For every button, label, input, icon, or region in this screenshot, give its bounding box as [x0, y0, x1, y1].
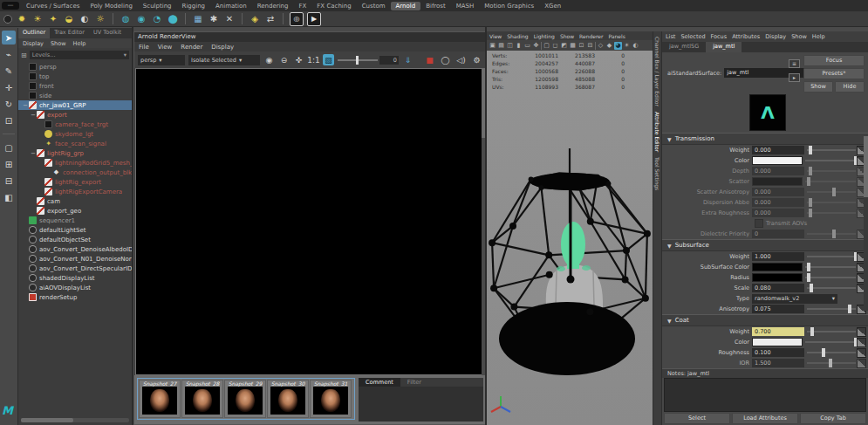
outliner-item[interactable]: lightRig_export	[18, 177, 132, 187]
viewport-menu-item[interactable]: Panels	[608, 33, 625, 39]
standin-icon[interactable]: ◍	[120, 13, 132, 25]
snapshot-item[interactable]: Snapshot_30	[267, 380, 309, 418]
outliner-item[interactable]: aov_Convert_DenoiseAlbedoID	[18, 244, 132, 254]
render-view-icon[interactable]: ◎	[290, 12, 304, 26]
color-swatch[interactable]	[752, 156, 803, 165]
attribute-slider[interactable]	[807, 233, 856, 235]
gate-mask-icon[interactable]: ◩	[560, 42, 568, 50]
resolution-gate-icon[interactable]: ◻	[551, 42, 559, 50]
shelf-tab[interactable]: Rigging	[177, 2, 211, 10]
outliner-item[interactable]: − chr_jaw01_GRP	[18, 100, 132, 110]
attribute-slider[interactable]	[807, 256, 856, 257]
attribute-slider[interactable]	[807, 308, 856, 310]
outliner-menu-item[interactable]: Show	[51, 40, 66, 47]
outliner-item[interactable]: camera_face_trgt	[18, 120, 132, 129]
comment-textarea[interactable]	[359, 387, 483, 422]
split-pane-layout[interactable]: ⊟	[2, 174, 16, 188]
outliner-item[interactable]: side	[18, 91, 132, 100]
select-tool[interactable]: ➤	[2, 31, 16, 45]
notes-textarea[interactable]	[664, 378, 866, 412]
shelf-tab[interactable]: MASH	[451, 2, 480, 10]
shelf-tab[interactable]: Bifrost	[420, 2, 451, 10]
outliner-tab[interactable]: Outliner	[18, 28, 50, 38]
outliner-item[interactable]: shadedDisplayList	[18, 273, 132, 283]
attribute-value-field[interactable]: 0	[752, 230, 804, 238]
shadows-icon[interactable]: ◐	[632, 42, 639, 50]
outliner-item[interactable]: persp	[18, 62, 132, 72]
area-light-icon[interactable]: ✹	[16, 13, 28, 25]
list-history-icon[interactable]: ≡	[789, 59, 800, 68]
pan-zoom-icon[interactable]: ✜	[293, 54, 304, 65]
attribute-value-field[interactable]: 0.100	[752, 348, 804, 357]
color-swatch[interactable]	[752, 338, 803, 346]
map-button[interactable]	[857, 359, 866, 368]
image-plane-icon[interactable]: ▭	[523, 42, 531, 50]
camera-lock-icon[interactable]: ▤	[497, 42, 505, 50]
ae-node-tab[interactable]: jaw_mtlSG	[662, 42, 706, 52]
outliner-item[interactable]: top	[18, 72, 132, 81]
viewport-menu-item[interactable]: Renderer	[579, 33, 603, 39]
display-mode-icon[interactable]: ◉	[263, 54, 275, 65]
snapshot-item[interactable]: Snapshot_29	[224, 380, 266, 418]
attribute-value-field[interactable]: 0.000	[752, 198, 804, 207]
attribute-value-field[interactable]: 0.080	[752, 284, 804, 292]
outliner-item[interactable]: front	[18, 81, 132, 91]
attribute-checkbox[interactable]	[755, 219, 763, 228]
ae-node-tab[interactable]: jaw_mtl	[706, 42, 742, 52]
ae-bottom-button[interactable]: Copy Tab	[800, 413, 866, 424]
shelf-tab[interactable]: Animation	[210, 2, 252, 10]
light-manager-icon[interactable]: ◈	[249, 13, 261, 25]
attribute-value-field[interactable]: 0.000	[752, 209, 804, 217]
attribute-value-field[interactable]: 1.000	[752, 252, 804, 261]
node-name-field[interactable]: jaw_mtl	[724, 68, 813, 78]
safe-action-icon[interactable]: ⊡	[578, 42, 585, 50]
outliner-item[interactable]: connection_output_blkSha	[18, 168, 132, 177]
attribute-slider[interactable]	[805, 266, 856, 268]
show-button[interactable]: Show	[803, 81, 833, 93]
attribute-slider[interactable]	[805, 341, 856, 343]
shader-graph-icon[interactable]: ✕	[223, 13, 236, 25]
ae-menu-item[interactable]: Attributes	[732, 33, 760, 40]
attribute-value-field[interactable]: 0.000	[752, 146, 804, 154]
attribute-slider[interactable]	[807, 362, 856, 364]
viewport-menu-item[interactable]: Shading	[507, 33, 528, 39]
hide-button[interactable]: Hide	[835, 81, 865, 93]
attribute-slider[interactable]	[805, 277, 856, 278]
map-button[interactable]	[857, 327, 866, 337]
attribute-slider[interactable]	[807, 352, 856, 353]
attribute-value-field[interactable]: 0.700	[752, 327, 804, 336]
utility-node-icon[interactable]: ✱	[208, 13, 220, 25]
comment-tab[interactable]: Filter	[400, 378, 428, 387]
outliner-item[interactable]: skydome_lgt	[18, 129, 132, 139]
snapshot-item[interactable]: Snapshot_28	[181, 380, 223, 418]
outliner-tab[interactable]: Trax Editor	[50, 28, 89, 38]
outliner-filter-dropdown[interactable]: Levels...▾	[30, 51, 129, 59]
viewport-menu-item[interactable]: Show	[560, 33, 574, 39]
stop-render-button[interactable]: ■	[424, 54, 435, 65]
viewport-menu-item[interactable]: Lighting	[534, 33, 555, 39]
shelf-tab[interactable]: Sculpting	[138, 2, 177, 10]
attribute-value-field[interactable]: 0.000	[752, 188, 804, 196]
vertical-panel-tab[interactable]: Attribute Editor	[654, 112, 660, 152]
photometric-light-icon[interactable]: ✦	[47, 13, 59, 25]
volume-icon[interactable]: ◉	[135, 13, 147, 25]
ae-scrollbar[interactable]	[864, 136, 868, 311]
attribute-slider[interactable]	[807, 212, 856, 214]
2d-pan-zoom-icon[interactable]: ✥	[532, 42, 540, 50]
pin-tab-icon[interactable]: ▸	[789, 73, 800, 82]
bake-icon[interactable]: ⇄	[264, 13, 277, 25]
outliner-item[interactable]: cam	[18, 196, 132, 206]
curve-collector-icon[interactable]: ◔	[151, 13, 163, 25]
isolate-selected-icon[interactable]: ⊖	[278, 54, 290, 65]
shelf-tab[interactable]: Curves / Surfaces	[21, 2, 85, 10]
attribute-dropdown[interactable]: randomwalk_v2▾	[752, 294, 837, 304]
outliner-item[interactable]: export_geo	[18, 206, 132, 216]
physical-sky-icon[interactable]: ☼	[94, 13, 106, 25]
camera-dropdown[interactable]: persp▾	[138, 55, 185, 65]
shelf-tab[interactable]: Custom	[357, 2, 391, 10]
outliner-item[interactable]: aov_Convert_DirectSpecularID	[18, 264, 132, 273]
textured-icon[interactable]: ◕	[614, 42, 622, 50]
attribute-value-field[interactable]: 0.075	[752, 305, 804, 313]
outliner-item[interactable]: sequencer1	[18, 216, 132, 225]
shelf-tab[interactable]: Poly Modeling	[85, 2, 137, 10]
